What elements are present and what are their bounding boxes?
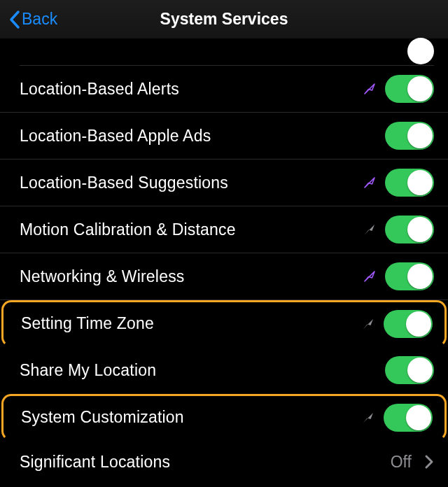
settings-row: System Customization [1, 394, 447, 441]
toggle-switch[interactable] [385, 262, 434, 290]
toggle-knob [407, 170, 433, 195]
row-label: Motion Calibration & Distance [20, 220, 236, 239]
toggle-knob [407, 264, 433, 289]
back-label: Back [22, 10, 57, 29]
toggle-knob [406, 405, 431, 430]
partial-row-top [20, 52, 434, 66]
row-right [363, 216, 434, 244]
toggle-switch[interactable] [385, 122, 434, 150]
page-title: System Services [160, 10, 288, 29]
location-arrow-icon [361, 317, 375, 331]
settings-row: Share My Location [0, 347, 448, 394]
row-label: Setting Time Zone [21, 314, 154, 333]
row-label: Location-Based Suggestions [20, 174, 228, 192]
row-label: Location-Based Apple Ads [20, 127, 211, 146]
row-label: Networking & Wireless [20, 267, 185, 286]
row-label: Location-Based Alerts [20, 80, 179, 99]
chevron-right-icon [424, 454, 434, 470]
location-arrow-icon [363, 176, 377, 190]
row-label: Share My Location [20, 361, 156, 380]
toggle-switch[interactable] [385, 356, 434, 384]
row-right [361, 404, 433, 432]
toggle-switch[interactable] [385, 75, 434, 103]
row-right [385, 356, 434, 384]
location-arrow-icon [363, 223, 377, 237]
settings-row: Motion Calibration & Distance [0, 206, 448, 253]
settings-row: Networking & Wireless [0, 253, 448, 300]
value-text: Off [391, 453, 412, 472]
toggle-switch[interactable] [384, 310, 433, 338]
toggle-knob-partial [407, 38, 434, 64]
settings-row: Setting Time Zone [1, 300, 447, 347]
location-arrow-icon [363, 82, 377, 96]
toggle-switch[interactable] [385, 216, 434, 244]
toggle-knob [406, 311, 431, 337]
toggle-knob [407, 358, 433, 383]
row-right [361, 310, 433, 338]
toggle-knob [407, 123, 433, 148]
nav-bar: Back System Services [0, 0, 448, 39]
toggle-switch[interactable] [385, 169, 434, 197]
row-label: System Customization [21, 408, 184, 427]
settings-row: Location-Based Apple Ads [0, 113, 448, 160]
settings-row: Location-Based Alerts [0, 66, 448, 113]
row-right [363, 262, 434, 290]
row-right: Off [391, 453, 434, 472]
settings-row: Location-Based Suggestions [0, 160, 448, 206]
settings-list: Location-Based Alerts Location-Based App… [0, 39, 448, 483]
toggle-knob [407, 217, 433, 242]
chevron-left-icon [8, 10, 20, 29]
toggle-knob [407, 76, 433, 101]
row-right [363, 75, 434, 103]
row-right [363, 169, 434, 197]
back-button[interactable]: Back [8, 10, 57, 29]
link-row-significant-locations[interactable]: Significant Locations Off [0, 441, 448, 483]
row-label: Significant Locations [20, 453, 170, 472]
toggle-switch[interactable] [384, 404, 433, 432]
row-right [385, 122, 434, 150]
location-arrow-icon [361, 411, 375, 425]
location-arrow-icon [363, 269, 377, 283]
